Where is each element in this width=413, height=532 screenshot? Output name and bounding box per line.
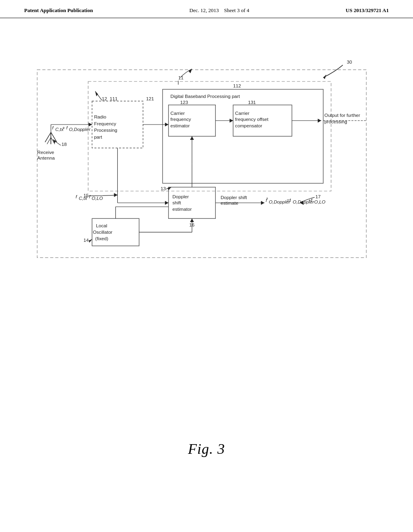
svg-text:O,Doppler: O,Doppler [69,127,91,132]
doppler-est-label-1: Doppler shift [221,195,247,200]
doppler-est-label-2: estimate [221,200,238,206]
figure-label: Fig. 3 [188,441,225,457]
svg-marker-24 [114,193,118,197]
svg-marker-39 [261,201,265,205]
svg-marker-50 [318,118,321,123]
antenna-label-2: Antenna [37,155,55,160]
rf-label-2: Frequency [94,121,116,126]
rf-label-3: Processing [94,127,117,133]
svg-line-8 [45,132,51,142]
cfoc-label-3: compensator [235,123,262,128]
svg-text:+: + [62,125,65,130]
lo-label-3: (fixed) [95,236,108,241]
signal-in-label: f [52,125,54,130]
cfe-label-1: Carrier [171,110,185,116]
ref-11: 11 [178,75,184,80]
ref-12: 12 [102,96,107,101]
antenna-label-1: Receive [37,150,54,155]
svg-marker-6 [89,239,92,243]
svg-marker-0 [323,75,326,79]
ref-17: 17 [315,194,321,199]
header-date: Dec. 12, 2013 [190,7,219,13]
ref-30: 30 [347,59,352,64]
lo-label-2: Oscillator [93,229,113,235]
svg-marker-34 [190,218,194,222]
svg-text:O,LO: O,LO [92,195,103,201]
patent-diagram: 30 11 Radio Frequency Processing part 12… [20,42,391,316]
ref-13: 13 [161,186,166,191]
cfe-label-3: estimator [171,123,190,128]
cfoc-label-2: frequency offset [235,116,269,122]
cfe-label-2: frequency [171,116,191,122]
dse-label-1: Doppler [172,194,189,199]
svg-text:O,LO: O,LO [314,199,325,204]
ref-14: 14 [83,237,89,243]
svg-marker-3 [95,91,98,96]
svg-marker-48 [229,118,233,123]
dbp-label: Digital Baseband Processing part [171,94,240,99]
svg-marker-23 [165,201,169,205]
ref-131: 131 [248,100,256,105]
output-label-1: Output for further [324,112,360,118]
svg-text:=f: =f [287,197,291,203]
ref-123: 123 [180,100,188,105]
header-left: Patent Application Publication [24,7,93,14]
header-sheet: Sheet 3 of 4 [224,7,249,13]
rf-label-4: part [94,134,102,139]
ref-121: 121 [146,96,154,101]
ref-112: 112 [233,83,241,88]
svg-marker-15 [89,123,92,127]
svg-text:f: f [75,194,77,199]
ref-111: 111 [110,96,117,101]
ref-18: 18 [62,141,67,147]
diagram-area: 30 11 Radio Frequency Processing part 12… [0,18,413,482]
output-label-2: processing [324,119,347,124]
svg-text:+: + [86,194,88,199]
page-header: Patent Application Publication Dec. 12, … [0,0,413,18]
svg-marker-20 [165,123,169,127]
svg-text:f: f [89,194,91,199]
header-right: US 2013/329721 A1 [346,7,389,14]
svg-text:+f: +f [309,197,313,203]
svg-text:f: f [66,125,68,130]
dse-label-2: shift [172,200,181,205]
ref-16: 16 [189,222,194,227]
rf-label-1: Radio [94,114,106,119]
svg-marker-37 [190,136,194,140]
dse-label-3: estimator [172,206,192,212]
header-center: Dec. 12, 2013 Sheet 3 of 4 [190,7,249,14]
lo-label-1: Local [96,223,107,228]
svg-text:f̂: f̂ [265,197,268,203]
cfoc-label-1: Carrier [235,110,250,116]
